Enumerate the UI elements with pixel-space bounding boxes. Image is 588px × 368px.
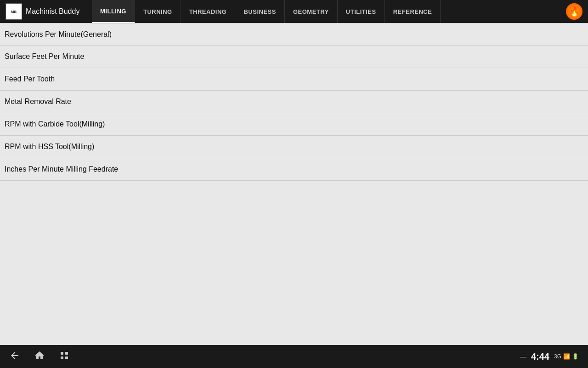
network-label: 3G (554, 353, 561, 360)
system-bar: — 4:44 3G 📶 🔋 (0, 345, 588, 368)
svg-rect-1 (65, 352, 68, 355)
menu-item-label-3: Metal Removal Rate (5, 98, 71, 106)
menu-item-3[interactable]: Metal Removal Rate (0, 91, 588, 113)
menu-item-label-6: Inches Per Minute Milling Feedrate (5, 165, 118, 173)
nav-tab-geometry[interactable]: GEOMETRY (285, 0, 338, 23)
nav-bar: MB Machinist Buddy MILLINGTURNINGTHREADI… (0, 0, 588, 23)
flame-icon[interactable]: 🔥 (566, 3, 582, 20)
system-nav (9, 350, 70, 363)
menu-item-5[interactable]: RPM with HSS Tool(Milling) (0, 136, 588, 158)
recents-button[interactable] (59, 350, 70, 363)
menu-item-6[interactable]: Inches Per Minute Milling Feedrate (0, 158, 588, 181)
time-display: 4:44 (531, 351, 549, 362)
status-icons: 3G 📶 🔋 (554, 353, 579, 360)
home-button[interactable] (34, 350, 45, 363)
status-right: — 4:44 3G 📶 🔋 (520, 351, 579, 362)
menu-item-4[interactable]: RPM with Carbide Tool(Milling) (0, 113, 588, 136)
menu-item-label-4: RPM with Carbide Tool(Milling) (5, 120, 105, 128)
nav-tabs: MILLINGTURNINGTHREADINGBUSINESSGEOMETRYU… (92, 0, 560, 23)
signal-icon: 📶 (563, 353, 570, 360)
menu-item-label-5: RPM with HSS Tool(Milling) (5, 143, 94, 151)
svg-rect-3 (65, 356, 68, 359)
logo-text: MB (11, 10, 17, 14)
nav-tab-reference[interactable]: REFERENCE (385, 0, 441, 23)
nav-tab-threading[interactable]: THREADING (181, 0, 236, 23)
svg-rect-0 (61, 352, 63, 355)
svg-rect-2 (61, 356, 63, 359)
menu-item-0[interactable]: Revolutions Per Minute(General) (0, 23, 588, 46)
app-logo: MB Machinist Buddy (0, 0, 92, 23)
nav-tab-turning[interactable]: TURNING (135, 0, 181, 23)
menu-item-2[interactable]: Feed Per Tooth (0, 68, 588, 91)
nav-tab-utilities[interactable]: UTILITIES (338, 0, 385, 23)
battery-icon: 🔋 (572, 353, 579, 360)
nav-tab-business[interactable]: BUSINESS (235, 0, 284, 23)
back-button[interactable] (9, 350, 20, 363)
menu-item-label-0: Revolutions Per Minute(General) (5, 30, 112, 39)
app-title: Machinist Buddy (26, 7, 79, 16)
nav-tab-milling[interactable]: MILLING (92, 0, 135, 23)
status-dash: — (520, 353, 526, 360)
nav-right: 🔥 (560, 0, 588, 23)
content-area: Revolutions Per Minute(General)Surface F… (0, 23, 588, 345)
menu-item-1[interactable]: Surface Feet Per Minute (0, 46, 588, 68)
menu-item-label-1: Surface Feet Per Minute (5, 52, 84, 61)
menu-item-label-2: Feed Per Tooth (5, 75, 55, 83)
app-logo-icon: MB (6, 3, 22, 20)
